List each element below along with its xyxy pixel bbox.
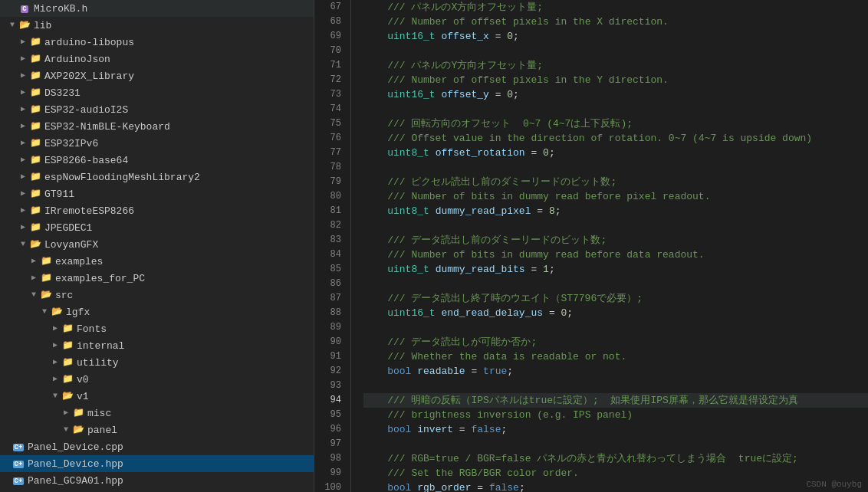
sidebar-item-irremote[interactable]: 📁IRremoteESP8266 (0, 202, 314, 219)
folder-icon: 📁 (29, 188, 41, 200)
code-token: false (489, 482, 519, 492)
code-token: uint8_t (387, 205, 429, 217)
sidebar-item-esp32-audioi2s[interactable]: 📁ESP32-audioI2S (0, 101, 314, 118)
file-explorer: CMicroKB.h📂lib📁arduino-libopus📁ArduinoJs… (0, 0, 314, 492)
sidebar-item-axp202x[interactable]: 📁AXP202X_Library (0, 67, 314, 84)
folder-icon: 📁 (29, 137, 41, 149)
sidebar-item-arduinojson[interactable]: 📁ArduinoJson (0, 51, 314, 67)
code-token: bool (387, 366, 411, 377)
folder-icon: 📁 (29, 103, 41, 116)
code-token: uint16_t (387, 89, 435, 100)
code-token: /// Offset value in the direction of rot… (363, 133, 812, 144)
sidebar-item-label: misc (87, 408, 314, 419)
sidebar-item-label: internal (77, 340, 314, 352)
chevron-icon (49, 356, 61, 369)
code-token: /// パネルのX方向オフセット量; (363, 2, 543, 13)
sidebar-item-misc[interactable]: 📁misc (0, 405, 314, 421)
folder-icon: 📁 (61, 356, 74, 369)
code-line (363, 160, 868, 175)
line-number: 84 (321, 248, 341, 262)
sidebar-item-ds3231[interactable]: 📁DS3231 (0, 84, 314, 101)
chevron-icon (17, 103, 29, 116)
code-line: /// Number of offset pixels in the X dir… (363, 15, 868, 29)
code-token: /// データ読出し前のダミーリードのビット数; (363, 235, 607, 246)
sidebar-item-label: IRremoteESP8266 (44, 205, 314, 217)
code-line: uint8_t dummy_read_pixel = 8; (363, 204, 868, 218)
code-line (363, 218, 868, 233)
sidebar-item-esp32ipv6[interactable]: 📁ESP32IPv6 (0, 135, 314, 152)
sidebar-item-microkb[interactable]: CMicroKB.h (0, 0, 314, 17)
folder-icon: 📁 (29, 120, 41, 133)
sidebar-item-internal[interactable]: 📁internal (0, 337, 314, 354)
folder-open-icon: 📂 (18, 19, 31, 31)
sidebar-item-panel-gc9a01[interactable]: C+Panel_GC9A01.hpp (0, 472, 314, 489)
chevron-icon (60, 424, 72, 436)
code-token: = (465, 366, 483, 377)
sidebar-item-label: DS3231 (44, 87, 314, 99)
code-line: bool readable = true; (363, 364, 868, 379)
code-line: /// パネルのX方向オフセット量; (363, 0, 868, 15)
line-number: 77 (321, 146, 341, 160)
sidebar-item-esp8266-base64[interactable]: 📁ESP8266-base64 (0, 152, 314, 169)
code-line: /// RGB=true / BGR=false パネルの赤と青が入れ替わってし… (363, 451, 868, 466)
code-token: = (489, 89, 507, 100)
code-token (363, 205, 387, 217)
code-line (363, 277, 868, 291)
sidebar-item-panel[interactable]: 📂panel (0, 421, 314, 438)
sidebar-item-lovyangfx[interactable]: 📂LovyanGFX (0, 236, 314, 253)
code-token: /// 明暗の反転（IPSパネルはtrueに設定）; 如果使用IPS屏幕，那么它… (363, 395, 798, 406)
code-token (429, 147, 436, 159)
sidebar-item-lib[interactable]: 📂lib (0, 17, 314, 34)
sidebar-item-panel-device-cpp[interactable]: C+Panel_Device.cpp (0, 438, 314, 455)
sidebar-item-label: ESP32IPv6 (44, 138, 314, 149)
code-token: dummy_read_pixel (436, 205, 531, 217)
sidebar-item-label: JPEGDEC1 (44, 222, 314, 234)
sidebar-item-examples[interactable]: 📁examples (0, 253, 314, 270)
chevron-icon (38, 306, 51, 318)
chevron-icon (49, 339, 61, 352)
code-token: bool (387, 424, 411, 435)
code-line: /// Number of offset pixels in the Y dir… (363, 73, 868, 87)
chevron-icon (49, 373, 61, 385)
sidebar-item-gt911[interactable]: 📁GT911 (0, 185, 314, 202)
line-number: 88 (321, 306, 341, 320)
chevron-icon (17, 238, 29, 251)
sidebar-item-espnow[interactable]: 📁espNowFloodingMeshLibrary2 (0, 169, 314, 185)
sidebar-item-arduino-libopus[interactable]: 📁arduino-libopus (0, 34, 314, 51)
code-token: ; (555, 205, 561, 217)
code-line (363, 320, 868, 335)
sidebar-item-examples-for-pc[interactable]: 📁examples_for_PC (0, 270, 314, 287)
line-numbers: 6768697071727374757677787980818283848586… (314, 0, 351, 492)
folder-icon: 📁 (29, 36, 41, 48)
line-number: 82 (321, 218, 341, 233)
sidebar-item-label: ESP8266-base64 (44, 155, 314, 166)
code-token: /// Set the RGB/BGR color order. (363, 467, 579, 479)
code-token: ; (549, 147, 555, 159)
sidebar-item-src[interactable]: 📂src (0, 287, 314, 303)
chevron-icon (17, 154, 29, 166)
sidebar-item-v1[interactable]: 📂v1 (0, 388, 314, 405)
chevron-icon (28, 255, 40, 267)
sidebar-item-fonts[interactable]: 📁Fonts (0, 320, 314, 337)
sidebar-item-label: GT911 (44, 189, 314, 200)
sidebar-item-v0[interactable]: 📁v0 (0, 371, 314, 388)
sidebar-item-lgfx[interactable]: 📂lgfx (0, 303, 314, 320)
code-line: /// パネルのY方向オフセット量; (363, 58, 868, 73)
sidebar-item-jpegdec1[interactable]: 📁JPEGDEC1 (0, 219, 314, 236)
sidebar-item-label: arduino-libopus (44, 37, 314, 48)
sidebar-item-esp32-nimble[interactable]: 📁ESP32-NimBLE-Keyboard (0, 118, 314, 135)
line-number: 95 (321, 408, 341, 422)
sidebar-item-label: utility (77, 357, 314, 369)
sidebar-item-panel-device-hpp[interactable]: C+Panel_Device.hpp (0, 455, 314, 472)
folder-open-icon: 📂 (72, 424, 84, 436)
chevron-icon (28, 289, 40, 301)
code-token: 0 (507, 89, 513, 100)
code-line: /// ピクセル読出し前のダミーリードのビット数; (363, 175, 868, 189)
sidebar-item-utility[interactable]: 📁utility (0, 354, 314, 371)
folder-open-icon: 📂 (61, 390, 74, 402)
code-token (429, 264, 436, 275)
code-token: 1 (543, 264, 549, 275)
sidebar-item-label: ESP32-NimBLE-Keyboard (44, 121, 314, 133)
code-line: /// データ読出し終了時のウエイト（ST7796で必要）; (363, 291, 868, 306)
line-number: 68 (321, 15, 341, 29)
